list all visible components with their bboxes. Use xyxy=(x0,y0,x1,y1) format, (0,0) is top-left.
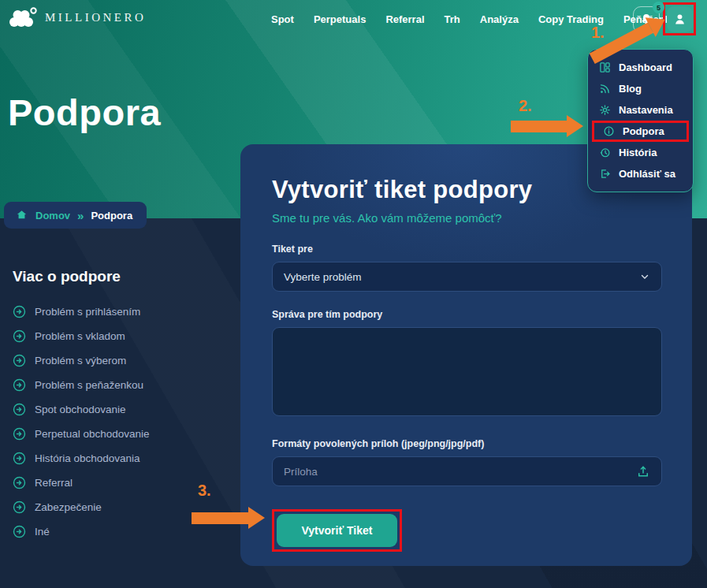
history-icon xyxy=(599,147,611,158)
breadcrumb-separator: » xyxy=(77,209,84,222)
rss-icon xyxy=(599,83,611,95)
circle-arrow-icon xyxy=(13,305,26,318)
breadcrumb: Domov » Podpora xyxy=(4,202,147,229)
menu-item-nastavenia[interactable]: Nastavenia xyxy=(588,99,693,121)
upload-icon xyxy=(636,464,650,478)
sidebar-item-spot-trading[interactable]: Spot obchodovanie xyxy=(13,397,233,422)
circle-arrow-icon xyxy=(13,501,26,514)
circle-arrow-icon xyxy=(13,476,26,489)
nav-item-analyza[interactable]: Analýza xyxy=(480,13,519,25)
circle-arrow-icon xyxy=(13,525,26,538)
breadcrumb-home[interactable]: Domov xyxy=(35,210,70,221)
step1-highlight-frame xyxy=(663,2,696,35)
menu-item-podpora[interactable]: Podpora xyxy=(592,121,689,142)
user-icon xyxy=(672,12,687,27)
circle-arrow-icon xyxy=(13,427,26,441)
circle-arrow-icon xyxy=(13,378,26,392)
ticket-for-value: Vyberte problém xyxy=(284,271,362,283)
millionero-logo-icon xyxy=(9,6,38,28)
step3-label: 3. xyxy=(198,482,211,500)
attachment-label: Formáty povolených príloh (jpeg/png/jpg/… xyxy=(272,438,662,449)
gear-icon xyxy=(599,104,611,116)
brand-name: MILLIONERO xyxy=(45,11,146,24)
step3-highlight-frame: Vytvoriť Tiket xyxy=(272,509,402,552)
sidebar-item-deposit-problem[interactable]: Problém s vkladom xyxy=(13,324,233,348)
sidebar-item-withdrawal-problem[interactable]: Problém s výberom xyxy=(13,348,233,373)
circle-arrow-icon xyxy=(13,329,26,343)
attachment-input[interactable] xyxy=(284,466,636,478)
sidebar-item-login-problem[interactable]: Problém s prihlásením xyxy=(13,300,233,324)
message-label: Správa pre tím podpory xyxy=(272,309,662,320)
circle-arrow-icon xyxy=(13,452,26,465)
attachment-field[interactable] xyxy=(272,456,662,486)
step1-label: 1. xyxy=(591,24,605,42)
user-menu-button[interactable] xyxy=(667,6,693,32)
nav-item-perpetuals[interactable]: Perpetuals xyxy=(314,13,366,25)
create-ticket-button[interactable]: Vytvoriť Tiket xyxy=(277,514,397,547)
nav-item-trh[interactable]: Trh xyxy=(445,13,460,25)
ticket-for-label: Tiket pre xyxy=(272,244,662,255)
message-textarea[interactable] xyxy=(272,327,662,416)
brand-logo[interactable]: MILLIONERO xyxy=(9,6,146,28)
support-ticket-card: Vytvoriť tiket podpory Sme tu pre vás. A… xyxy=(240,144,692,566)
user-dropdown-menu: Dashboard Blog Nastavenia Podpora Histór… xyxy=(587,49,694,192)
chevron-down-icon xyxy=(639,271,650,282)
support-topics-sidebar: Viac o podpore Problém s prihlásením Pro… xyxy=(13,268,233,544)
page-title: Podpora xyxy=(8,91,161,134)
info-icon xyxy=(603,125,615,137)
sidebar-item-perpetual-trading[interactable]: Perpetual obchodovanie xyxy=(13,422,233,446)
sidebar-item-wallet-problem[interactable]: Problém s peňaženkou xyxy=(13,373,233,397)
logout-icon xyxy=(599,168,611,180)
circle-arrow-icon xyxy=(13,354,26,367)
menu-item-historia[interactable]: História xyxy=(588,142,693,163)
step2-label: 2. xyxy=(519,97,532,115)
nav-item-spot[interactable]: Spot xyxy=(271,13,294,25)
nav-item-referral[interactable]: Referral xyxy=(385,13,424,25)
menu-item-blog[interactable]: Blog xyxy=(588,78,693,99)
step2-arrow xyxy=(511,115,583,137)
step3-arrow xyxy=(192,507,265,529)
sidebar-title: Viac o podpore xyxy=(13,268,233,285)
home-icon xyxy=(15,209,28,221)
menu-item-odhlasit-sa[interactable]: Odhlásiť sa xyxy=(588,163,693,184)
circle-arrow-icon xyxy=(13,403,26,416)
breadcrumb-current: Podpora xyxy=(91,210,132,221)
ticket-for-select[interactable]: Vyberte problém xyxy=(272,262,662,292)
form-subtitle: Sme tu pre vás. Ako vám môžeme pomôcť? xyxy=(272,211,662,225)
sidebar-item-trading-history[interactable]: História obchodovania xyxy=(13,446,233,471)
